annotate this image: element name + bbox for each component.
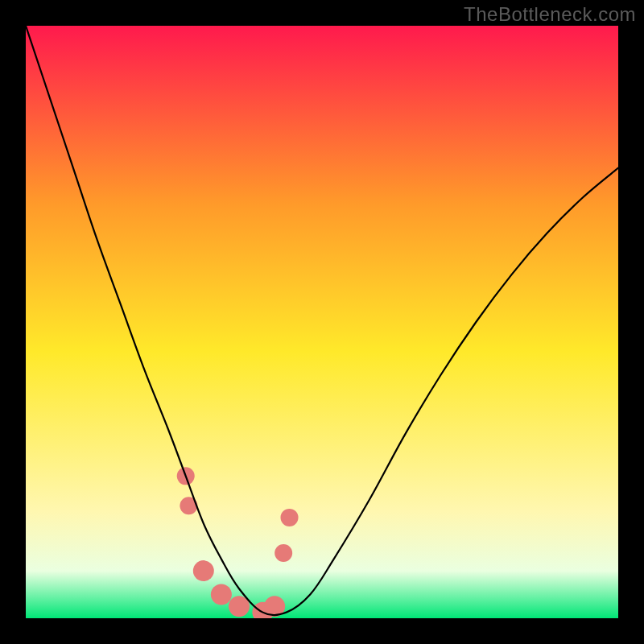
marker-dot — [193, 560, 214, 581]
watermark-text: TheBottleneck.com — [464, 3, 636, 26]
gradient-background — [26, 26, 618, 618]
marker-dot — [281, 509, 299, 526]
chart-frame: TheBottleneck.com — [0, 0, 644, 644]
marker-dot — [275, 544, 292, 562]
chart-svg — [26, 26, 618, 618]
plot-area — [26, 26, 618, 618]
marker-dot — [211, 584, 232, 605]
